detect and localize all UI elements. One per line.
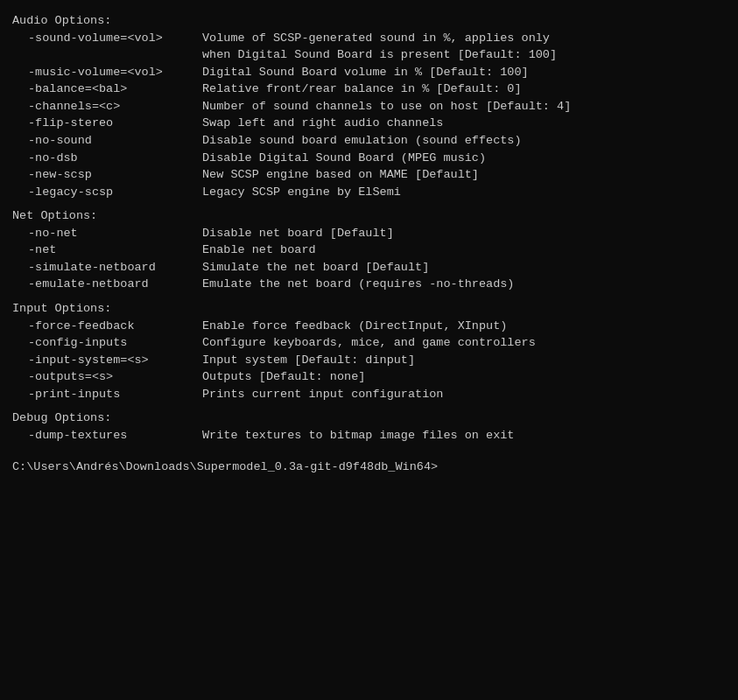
option-row-no-net: -no-net Disable net board [Default] [12, 225, 726, 242]
option-desc-emulate-netboard: Emulate the net board (requires -no-thre… [202, 276, 726, 293]
audio-options-header: Audio Options: [12, 12, 726, 30]
option-row-config-inputs: -config-inputs Configure keyboards, mice… [12, 334, 726, 352]
option-row-no-sound: -no-sound Disable sound board emulation … [12, 132, 726, 150]
option-name-outputs: -outputs=<s> [14, 368, 202, 386]
option-desc-print-inputs: Prints current input configuration [202, 386, 726, 403]
option-name-net: -net [14, 242, 202, 259]
option-desc-legacy-scsp: Legacy SCSP engine by ElSemi [202, 184, 726, 201]
option-name-sound-volume: -sound-volume=<vol> [14, 30, 202, 47]
net-options-header: Net Options: [12, 207, 726, 225]
option-row-input-system: -input-system=<s> Input system [Default:… [12, 352, 726, 369]
option-desc-dump-textures: Write textures to bitmap image files on … [202, 427, 726, 444]
option-name-no-sound: -no-sound [14, 132, 202, 150]
option-name-input-system: -input-system=<s> [14, 352, 202, 369]
debug-options-header: Debug Options: [12, 410, 726, 427]
option-row-legacy-scsp: -legacy-scsp Legacy SCSP engine by ElSem… [12, 184, 726, 201]
option-desc-net: Enable net board [202, 242, 726, 259]
option-desc-new-scsp: New SCSP engine based on MAME [Default] [202, 166, 726, 184]
option-name-dump-textures: -dump-textures [14, 427, 202, 444]
option-name-balance: -balance=<bal> [14, 80, 202, 98]
terminal-prompt[interactable]: C:\Users\Andrés\Downloads\Supermodel_0.3… [12, 458, 726, 476]
option-row-dump-textures: -dump-textures Write textures to bitmap … [12, 427, 726, 444]
option-row-music-volume: -music-volume=<vol> Digital Sound Board … [12, 64, 726, 81]
option-desc-sound-volume: Volume of SCSP-generated sound in %, app… [202, 30, 726, 47]
option-desc-balance: Relative front/rear balance in % [Defaul… [202, 80, 726, 98]
option-name-print-inputs: -print-inputs [14, 386, 202, 403]
option-name-music-volume: -music-volume=<vol> [14, 64, 202, 81]
option-name-emulate-netboard: -emulate-netboard [14, 276, 202, 293]
option-name-channels: -channels=<c> [14, 98, 202, 116]
option-row-no-dsb: -no-dsb Disable Digital Sound Board (MPE… [12, 150, 726, 167]
option-desc-config-inputs: Configure keyboards, mice, and game cont… [202, 334, 726, 352]
option-row-flip-stereo: -flip-stereo Swap left and right audio c… [12, 115, 726, 132]
option-row-balance: -balance=<bal> Relative front/rear balan… [12, 80, 726, 98]
option-desc-input-system: Input system [Default: dinput] [202, 352, 726, 369]
option-name-no-net: -no-net [14, 225, 202, 242]
option-row-new-scsp: -new-scsp New SCSP engine based on MAME … [12, 166, 726, 184]
option-desc-no-net: Disable net board [Default] [202, 225, 726, 242]
option-row-simulate-netboard: -simulate-netboard Simulate the net boar… [12, 259, 726, 276]
option-name-new-scsp: -new-scsp [14, 166, 202, 184]
option-row-force-feedback: -force-feedback Enable force feedback (D… [12, 318, 726, 335]
option-desc-outputs: Outputs [Default: none] [202, 368, 726, 386]
option-row-emulate-netboard: -emulate-netboard Emulate the net board … [12, 276, 726, 293]
option-row-channels: -channels=<c> Number of sound channels t… [12, 98, 726, 116]
option-row-outputs: -outputs=<s> Outputs [Default: none] [12, 368, 726, 386]
terminal-window: Audio Options: -sound-volume=<vol> Volum… [12, 12, 726, 668]
option-desc-flip-stereo: Swap left and right audio channels [202, 115, 726, 132]
option-name-flip-stereo: -flip-stereo [14, 115, 202, 132]
option-desc-music-volume: Digital Sound Board volume in % [Default… [202, 64, 726, 81]
option-name-legacy-scsp: -legacy-scsp [14, 184, 202, 201]
option-desc2-sound-volume: when Digital Sound Board is present [Def… [202, 46, 557, 64]
input-options-header: Input Options: [12, 300, 726, 318]
option-desc-no-dsb: Disable Digital Sound Board (MPEG music) [202, 150, 726, 167]
option-row-net: -net Enable net board [12, 242, 726, 259]
option-row-print-inputs: -print-inputs Prints current input confi… [12, 386, 726, 403]
option-desc-channels: Number of sound channels to use on host … [202, 98, 726, 116]
option-name-config-inputs: -config-inputs [14, 334, 202, 352]
option-row-sound-volume-line2: when Digital Sound Board is present [Def… [12, 46, 726, 64]
blank-terminal-area [12, 475, 726, 668]
option-name-force-feedback: -force-feedback [14, 318, 202, 335]
option-desc-force-feedback: Enable force feedback (DirectInput, XInp… [202, 318, 726, 335]
option-name-no-dsb: -no-dsb [14, 150, 202, 167]
option-desc-no-sound: Disable sound board emulation (sound eff… [202, 132, 726, 150]
option-name-simulate-netboard: -simulate-netboard [14, 259, 202, 276]
option-row-sound-volume: -sound-volume=<vol> Volume of SCSP-gener… [12, 30, 726, 47]
option-desc-simulate-netboard: Simulate the net board [Default] [202, 259, 726, 276]
